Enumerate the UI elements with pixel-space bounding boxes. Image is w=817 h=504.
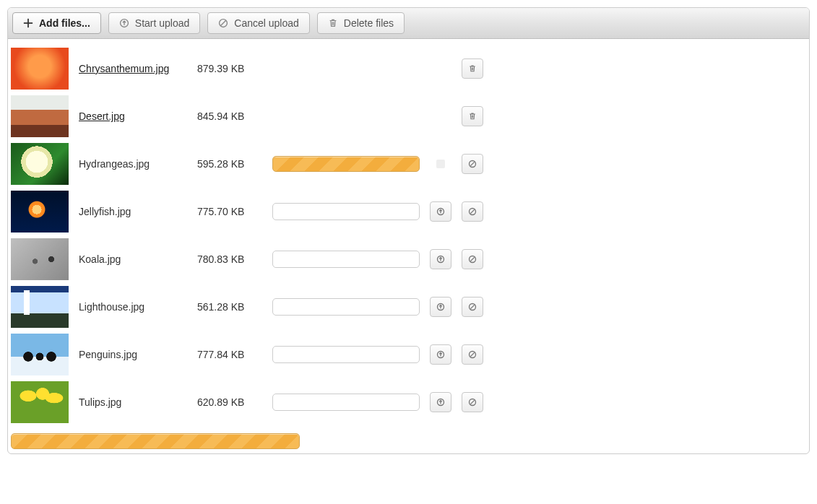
- file-start-button[interactable]: [430, 201, 451, 222]
- start-upload-label: Start upload: [135, 17, 190, 29]
- file-cancel-button[interactable]: [462, 297, 483, 317]
- cancel-circle-icon: [468, 350, 477, 359]
- file-progress-bar: [272, 156, 420, 172]
- file-spinner-cell: [430, 249, 451, 269]
- file-row: Lighthouse.jpg561.28 KB: [8, 283, 809, 331]
- file-delete-button[interactable]: [462, 58, 483, 79]
- file-progress-cell: [272, 298, 420, 316]
- file-progress-cell: [272, 156, 420, 172]
- file-thumbnail: [11, 191, 69, 233]
- plus-icon: [23, 18, 33, 28]
- file-row: Penguins.jpg777.84 KB: [8, 331, 809, 378]
- upload-circle-icon: [436, 255, 445, 264]
- delete-files-button[interactable]: Delete files: [317, 12, 405, 34]
- add-files-label: Add files...: [39, 17, 90, 29]
- file-actions: [462, 106, 483, 126]
- file-actions: [462, 58, 483, 79]
- file-name: Hydrangeas.jpg: [79, 158, 187, 170]
- file-size: 780.83 KB: [197, 253, 262, 265]
- upload-circle-icon: [436, 207, 445, 216]
- file-actions: [462, 154, 483, 174]
- file-actions: [462, 201, 483, 222]
- file-actions: [462, 344, 483, 365]
- add-files-button[interactable]: Add files...: [12, 12, 101, 34]
- file-start-button[interactable]: [430, 344, 451, 365]
- file-size: 777.84 KB: [197, 349, 262, 360]
- file-cancel-button[interactable]: [462, 154, 483, 174]
- file-size: 620.89 KB: [197, 396, 262, 408]
- file-start-button[interactable]: [430, 392, 451, 412]
- overall-progress-bar: [11, 433, 300, 449]
- file-name: Koala.jpg: [79, 253, 187, 265]
- file-progress-cell: [272, 346, 420, 363]
- upload-circle-icon: [436, 303, 445, 311]
- delete-files-label: Delete files: [344, 17, 394, 29]
- file-thumbnail: [11, 381, 69, 423]
- upload-circle-icon: [436, 350, 445, 359]
- start-upload-button[interactable]: Start upload: [108, 12, 201, 34]
- file-thumbnail[interactable]: [11, 48, 69, 90]
- file-row: Desert.jpg845.94 KB: [8, 92, 809, 140]
- file-size: 595.28 KB: [197, 158, 262, 170]
- file-progress-bar-empty: [272, 346, 420, 363]
- file-name[interactable]: Desert.jpg: [79, 110, 187, 122]
- file-size: 879.39 KB: [197, 63, 262, 74]
- file-thumbnail: [11, 286, 69, 328]
- upload-circle-icon: [436, 398, 445, 407]
- svg-line-4: [221, 21, 226, 26]
- cancel-circle-icon: [468, 160, 477, 168]
- trash-icon: [328, 18, 338, 28]
- file-spinner-cell: [430, 297, 451, 317]
- cancel-circle-icon: [218, 18, 228, 28]
- file-cancel-button[interactable]: [462, 249, 483, 269]
- file-name: Tulips.jpg: [79, 396, 187, 408]
- file-size: 845.94 KB: [197, 110, 262, 122]
- file-cancel-button[interactable]: [462, 201, 483, 222]
- trash-icon: [468, 64, 477, 73]
- file-progress-cell: [272, 251, 420, 268]
- file-row: Tulips.jpg620.89 KB: [8, 378, 809, 426]
- file-name: Lighthouse.jpg: [79, 301, 187, 313]
- file-start-button[interactable]: [430, 297, 451, 317]
- file-thumbnail[interactable]: [11, 95, 69, 137]
- spinner-icon: [436, 160, 445, 168]
- file-row: Chrysanthemum.jpg879.39 KB: [8, 45, 809, 92]
- file-size: 775.70 KB: [197, 206, 262, 217]
- file-thumbnail: [11, 238, 69, 280]
- file-spinner-cell: [430, 344, 451, 365]
- file-spinner-cell: [430, 392, 451, 412]
- file-progress-bar-empty: [272, 203, 420, 220]
- upload-circle-icon: [119, 18, 129, 28]
- file-size: 561.28 KB: [197, 301, 262, 313]
- cancel-circle-icon: [468, 255, 477, 264]
- file-name: Jellyfish.jpg: [79, 206, 187, 217]
- svg-rect-1: [24, 22, 33, 24]
- cancel-circle-icon: [468, 303, 477, 311]
- file-progress-bar-empty: [272, 298, 420, 316]
- file-name[interactable]: Chrysanthemum.jpg: [79, 63, 187, 74]
- file-name: Penguins.jpg: [79, 349, 187, 360]
- file-progress-bar-empty: [272, 251, 420, 268]
- file-spinner-cell: [430, 201, 451, 222]
- file-delete-button[interactable]: [462, 106, 483, 126]
- file-spinner-cell: [430, 160, 451, 168]
- file-uploader: Add files... Start upload Cancel upload …: [7, 7, 810, 454]
- file-cancel-button[interactable]: [462, 344, 483, 365]
- file-row: Jellyfish.jpg775.70 KB: [8, 188, 809, 235]
- cancel-upload-button[interactable]: Cancel upload: [207, 12, 310, 34]
- toolbar: Add files... Start upload Cancel upload …: [8, 8, 809, 39]
- file-cancel-button[interactable]: [462, 392, 483, 412]
- file-progress-cell: [272, 394, 420, 411]
- cancel-circle-icon: [468, 207, 477, 216]
- file-actions: [462, 392, 483, 412]
- trash-icon: [468, 112, 477, 121]
- file-actions: [462, 249, 483, 269]
- file-actions: [462, 297, 483, 317]
- file-start-button[interactable]: [430, 249, 451, 269]
- file-row: Hydrangeas.jpg595.28 KB: [8, 140, 809, 188]
- file-progress-cell: [272, 203, 420, 220]
- cancel-upload-label: Cancel upload: [234, 17, 299, 29]
- file-thumbnail: [11, 143, 69, 185]
- file-thumbnail: [11, 334, 69, 375]
- file-row: Koala.jpg780.83 KB: [8, 235, 809, 283]
